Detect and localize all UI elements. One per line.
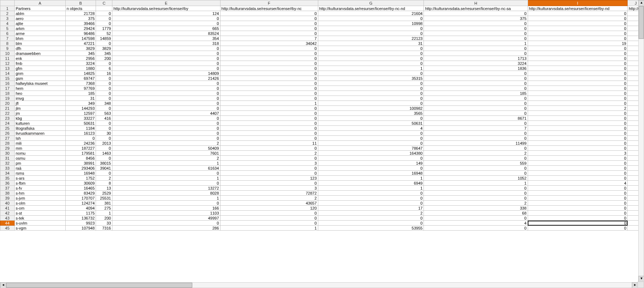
cell-H35[interactable]: 1052: [424, 176, 528, 181]
cell-E23[interactable]: 0: [112, 116, 220, 121]
row-header-32[interactable]: 32: [0, 161, 15, 166]
row-header-39[interactable]: 39: [0, 196, 15, 201]
cell-C32[interactable]: 38015: [96, 161, 112, 166]
cell-A8[interactable]: blm: [14, 41, 65, 46]
cell-G36[interactable]: 6949: [318, 181, 424, 186]
cell-F2[interactable]: 0: [220, 11, 318, 16]
cell-E44[interactable]: 0: [112, 221, 220, 226]
cell-E26[interactable]: 0: [112, 131, 220, 136]
cell-H11[interactable]: 1713: [424, 56, 528, 61]
cell-F31[interactable]: 0: [220, 156, 318, 161]
cell-B21[interactable]: 144293: [65, 106, 96, 111]
cell-G24[interactable]: 50631: [318, 121, 424, 126]
row-header-26[interactable]: 26: [0, 131, 15, 136]
cell-I9[interactable]: 0: [528, 46, 628, 51]
cell-I25[interactable]: 0: [528, 126, 628, 131]
cell-A4[interactable]: ajtte: [14, 21, 65, 26]
cell-A45[interactable]: s-vgm: [14, 226, 65, 231]
cell-B23[interactable]: 33227: [65, 116, 96, 121]
cell-G7[interactable]: 22123: [318, 36, 424, 41]
cell-F39[interactable]: 2: [220, 196, 318, 201]
cell-A17[interactable]: hem: [14, 86, 65, 91]
cell-C39[interactable]: 25531: [96, 196, 112, 201]
cell-A25[interactable]: litografiska: [14, 126, 65, 131]
row-header-22[interactable]: 22: [0, 111, 15, 116]
cell-G9[interactable]: 0: [318, 46, 424, 51]
cell-B4[interactable]: 39466: [65, 21, 96, 26]
row-header-2[interactable]: 2: [0, 11, 15, 16]
cell-E21[interactable]: 0: [112, 106, 220, 111]
cell-F37[interactable]: 3: [220, 186, 318, 191]
row-header-9[interactable]: 9: [0, 46, 15, 51]
cell-C27[interactable]: 0: [96, 136, 112, 141]
cell-G28[interactable]: 0: [318, 141, 424, 146]
cell-A40[interactable]: s-olm: [14, 201, 65, 206]
cell-H23[interactable]: 8671: [424, 116, 528, 121]
cell-F22[interactable]: 0: [220, 111, 318, 116]
grid-area[interactable]: ABCEFGHIJ 1Partnersn objectshttp://kultu…: [0, 0, 644, 282]
cell-G26[interactable]: 0: [318, 131, 424, 136]
cell-E41[interactable]: 166: [112, 206, 220, 211]
cell-I16[interactable]: 0: [528, 81, 628, 86]
cell-E9[interactable]: 0: [112, 46, 220, 51]
cell-B13[interactable]: 1880: [65, 66, 96, 71]
cell-H10[interactable]: 0: [424, 51, 528, 56]
cell-C21[interactable]: 0: [96, 106, 112, 111]
cell-B43[interactable]: 136732: [65, 216, 96, 221]
cell-F24[interactable]: 0: [220, 121, 318, 126]
cell-F9[interactable]: 0: [220, 46, 318, 51]
cell-H16[interactable]: 0: [424, 81, 528, 86]
cell-G10[interactable]: 0: [318, 51, 424, 56]
cell-I18[interactable]: 0: [528, 91, 628, 96]
cell-I43[interactable]: 0: [528, 216, 628, 221]
cell-G30[interactable]: 164380: [318, 151, 424, 156]
row-header-21[interactable]: 21: [0, 106, 15, 111]
cell-F5[interactable]: 0: [220, 26, 318, 31]
cell-H33[interactable]: 0: [424, 166, 528, 171]
cell-A35[interactable]: s-ars: [14, 176, 65, 181]
cell-B10[interactable]: 345: [65, 51, 96, 56]
cell-C23[interactable]: 416: [96, 116, 112, 121]
cell-A2[interactable]: ablm: [14, 11, 65, 16]
row-header-11[interactable]: 11: [0, 56, 15, 61]
cell-C40[interactable]: 381: [96, 201, 112, 206]
cell-B15[interactable]: 69747: [65, 76, 96, 81]
row-header-13[interactable]: 13: [0, 66, 15, 71]
cell-G20[interactable]: 0: [318, 101, 424, 106]
cell-F17[interactable]: 0: [220, 86, 318, 91]
cell-C19[interactable]: 0: [96, 96, 112, 101]
cell-F18[interactable]: 0: [220, 91, 318, 96]
cell-I10[interactable]: 0: [528, 51, 628, 56]
cell-H6[interactable]: 0: [424, 31, 528, 36]
cell-F21[interactable]: 0: [220, 106, 318, 111]
cell-I17[interactable]: 0: [528, 86, 628, 91]
cell-I4[interactable]: 0: [528, 21, 628, 26]
cell-F29[interactable]: 0: [220, 146, 318, 151]
cell-E16[interactable]: 0: [112, 81, 220, 86]
cell-E31[interactable]: 2: [112, 156, 220, 161]
cell-A23[interactable]: kbg: [14, 116, 65, 121]
cell-I32[interactable]: 0: [528, 161, 628, 166]
cell-C17[interactable]: 0: [96, 86, 112, 91]
cell-B6[interactable]: 96486: [65, 31, 96, 36]
cell-I31[interactable]: 0: [528, 156, 628, 161]
header-cell-I[interactable]: http://kulturarvsdata.se/resurser/licens…: [528, 6, 628, 11]
cell-G39[interactable]: 0: [318, 196, 424, 201]
cell-E8[interactable]: 318: [112, 41, 220, 46]
cell-F45[interactable]: 1: [220, 226, 318, 231]
cell-B39[interactable]: 170707: [65, 196, 96, 201]
cell-E10[interactable]: 0: [112, 51, 220, 56]
cell-E29[interactable]: 50409: [112, 146, 220, 151]
select-all-corner[interactable]: [0, 0, 15, 6]
row-header-43[interactable]: 43: [0, 216, 15, 221]
cell-A29[interactable]: mm: [14, 146, 65, 151]
cell-B44[interactable]: 9923: [65, 221, 96, 226]
cell-A26[interactable]: livrustkammaren: [14, 131, 65, 136]
cell-A27[interactable]: lsh: [14, 136, 65, 141]
cell-G43[interactable]: 0: [318, 216, 424, 221]
cell-C4[interactable]: 0: [96, 21, 112, 26]
cell-H24[interactable]: 0: [424, 121, 528, 126]
cell-I44[interactable]: 0: [528, 221, 628, 226]
cell-H44[interactable]: 4: [424, 221, 528, 226]
vertical-scrollbar[interactable]: ▲ ▼: [638, 0, 644, 282]
